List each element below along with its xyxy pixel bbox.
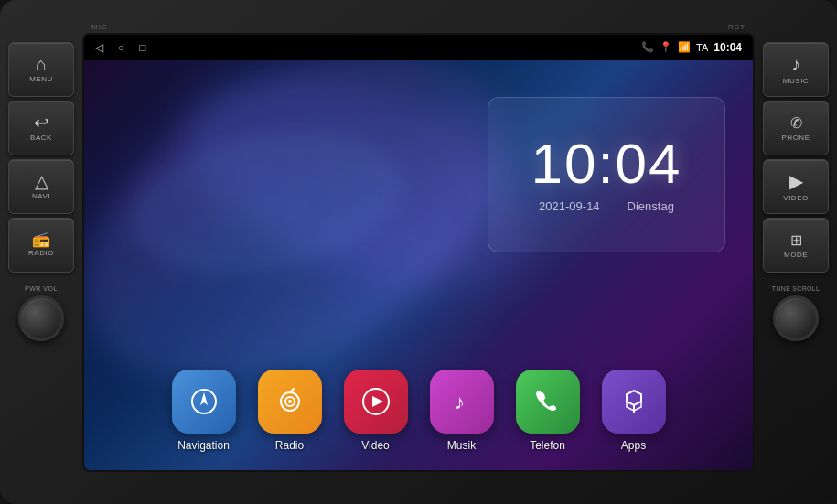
video-button[interactable]: ▶ VIDEO [763,159,829,214]
tune-scroll-area: TUNE SCROLL [772,285,820,341]
svg-line-5 [290,389,294,392]
radio-icon-bg [258,370,322,434]
menu-button[interactable]: ⌂ MENU [8,42,74,97]
wifi-status-icon: 📶 [678,41,691,53]
svg-point-4 [288,400,292,403]
home-nav-button[interactable]: ○ [118,41,124,54]
carrier-label: TA [696,42,708,53]
telefon-icon-svg [531,385,564,418]
app-video[interactable]: Video [344,370,408,452]
svg-marker-7 [372,396,383,407]
radio-side-icon: 📻 [32,232,50,247]
clock-date-row: 2021-09-14 Dienstag [539,199,674,213]
mic-label: MIC [91,23,108,31]
app-navigation[interactable]: Navigation [172,370,236,452]
app-telefon[interactable]: Telefon [516,370,580,452]
music-button[interactable]: ♪ MUSIC [763,42,829,97]
mode-label: MODE [784,251,808,259]
telefon-label: Telefon [530,439,565,452]
video-icon: ▶ [789,170,803,192]
musik-icon-bg: ♪ [430,370,494,434]
rst-label: RST [728,23,746,31]
right-panel: ♪ MUSIC ✆ PHONE ▶ VIDEO ⊞ MODE TUNE SCRO… [755,33,837,472]
app-musik[interactable]: ♪ Musik [430,370,494,452]
status-time: 10:04 [714,41,742,54]
menu-label: MENU [29,75,53,83]
pwr-vol-area: PWR VOL [18,285,64,341]
clock-time-display: 10:04 [531,135,681,192]
svg-marker-1 [200,392,208,405]
navigation-icon-bg [172,370,236,434]
wallpaper: 10:04 2021-09-14 Dienstag Navigation [84,60,753,470]
telefon-icon-bg [516,370,580,434]
phone-button[interactable]: ✆ PHONE [763,101,829,155]
menu-icon: ⌂ [36,55,47,73]
clock-day: Dienstag [628,199,674,213]
main-screen: ◁ ○ □ 📞 📍 📶 TA 10:04 10:04 2021-09-14 [82,33,755,472]
navi-label: NAVI [32,192,50,200]
navi-icon: △ [35,172,48,190]
tune-scroll-label: TUNE SCROLL [772,285,820,292]
back-icon: ↩ [34,113,49,132]
navigation-label: Navigation [177,439,230,452]
music-icon: ♪ [791,54,800,75]
video-icon-bg [344,370,408,434]
status-bar: ◁ ○ □ 📞 📍 📶 TA 10:04 [84,35,753,60]
back-button[interactable]: ↩ BACK [8,101,74,155]
musik-icon-svg: ♪ [445,385,478,418]
navigation-icon-svg [188,385,220,418]
tune-scroll-knob[interactable] [773,295,819,341]
pwr-vol-label: PWR VOL [25,285,58,292]
back-nav-button[interactable]: ◁ [95,41,103,54]
music-label: MUSIC [783,77,809,85]
status-icons: 📞 📍 📶 TA 10:04 [641,41,742,54]
recents-nav-button[interactable]: □ [139,41,145,54]
apps-icon-svg [617,385,650,418]
volume-knob[interactable] [18,295,64,341]
video-label: VIDEO [783,194,808,202]
mode-icon: ⊞ [790,231,802,249]
radio-side-label: RADIO [28,249,54,257]
navi-button[interactable]: △ NAVI [8,159,74,214]
location-status-icon: 📍 [660,41,672,53]
apps-icon-bg [602,370,666,434]
nav-buttons: ◁ ○ □ [95,41,146,54]
phone-status-icon: 📞 [641,41,654,53]
mode-button[interactable]: ⊞ MODE [763,218,829,273]
phone-label: PHONE [782,134,810,142]
musik-label: Musik [447,439,476,452]
app-radio[interactable]: Radio [258,370,322,452]
clock-widget: 10:04 2021-09-14 Dienstag [488,97,725,252]
phone-icon: ✆ [790,114,802,132]
car-radio-unit: MIC RST ⌂ MENU ↩ BACK △ NAVI 📻 RADIO PWR… [0,0,837,504]
video-icon-svg [359,385,392,418]
radio-label: Radio [275,439,304,452]
radio-icon-svg [274,385,306,418]
video-label: Video [361,439,389,452]
radio-side-button[interactable]: 📻 RADIO [8,218,74,273]
left-panel: ⌂ MENU ↩ BACK △ NAVI 📻 RADIO PWR VOL [0,33,82,472]
app-apps[interactable]: Apps [602,370,666,452]
clock-date: 2021-09-14 [539,199,600,213]
apps-label: Apps [621,439,646,452]
app-bar: Navigation Radio [84,370,753,452]
svg-text:♪: ♪ [455,391,465,413]
back-label: BACK [30,134,52,142]
